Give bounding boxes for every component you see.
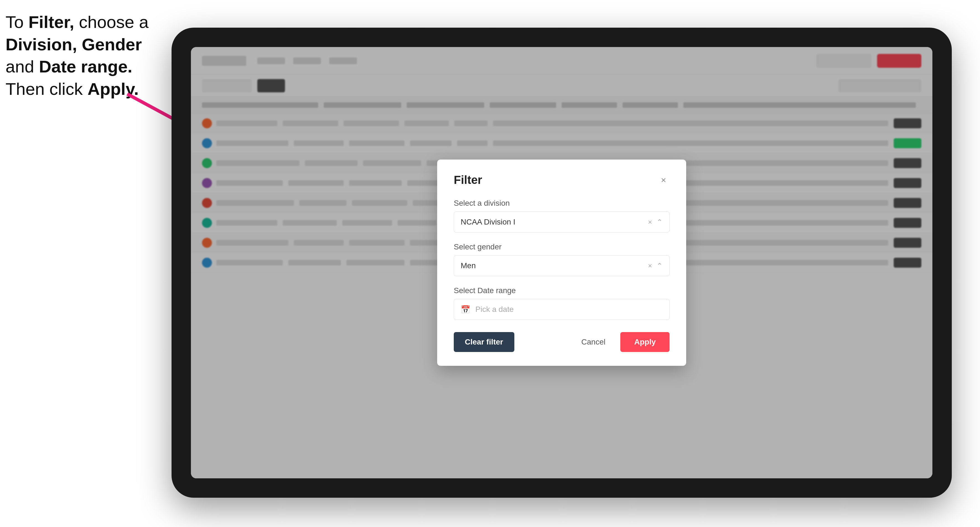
division-select[interactable]: NCAA Division I × ⌃	[454, 211, 670, 233]
filter-modal: Filter × Select a division NCAA Division…	[437, 160, 686, 366]
tablet-frame: Filter × Select a division NCAA Division…	[172, 28, 952, 498]
modal-title: Filter	[454, 173, 482, 187]
instruction-line1: To Filter, choose a	[6, 13, 149, 32]
apply-button[interactable]: Apply	[620, 332, 670, 352]
tablet-screen: Filter × Select a division NCAA Division…	[191, 47, 932, 478]
date-input[interactable]: 📅 Pick a date	[454, 299, 670, 320]
division-select-value: NCAA Division I	[461, 217, 515, 227]
gender-form-group: Select gender Men × ⌃	[454, 243, 670, 276]
instruction-division: Division, Gender	[6, 35, 142, 54]
division-chevron-icon: ⌃	[657, 218, 663, 227]
modal-overlay: Filter × Select a division NCAA Division…	[191, 47, 932, 478]
gender-label: Select gender	[454, 243, 670, 251]
gender-select-icons: × ⌃	[648, 262, 663, 270]
division-clear-icon[interactable]: ×	[648, 218, 652, 227]
gender-chevron-icon: ⌃	[657, 262, 663, 270]
gender-select-value: Men	[461, 261, 476, 270]
calendar-icon: 📅	[461, 305, 470, 314]
division-label: Select a division	[454, 199, 670, 208]
instruction-apply: Then click Apply.	[6, 79, 138, 98]
date-placeholder: Pick a date	[475, 305, 514, 314]
instruction-panel: To Filter, choose a Division, Gender and…	[6, 11, 161, 100]
gender-select[interactable]: Men × ⌃	[454, 255, 670, 276]
modal-close-button[interactable]: ×	[657, 174, 670, 186]
clear-filter-button[interactable]: Clear filter	[454, 332, 514, 352]
instruction-and: and Date range.	[6, 57, 132, 76]
modal-footer-right: Cancel Apply	[573, 332, 670, 352]
division-select-icons: × ⌃	[648, 218, 663, 227]
date-label: Select Date range	[454, 286, 670, 295]
date-form-group: Select Date range 📅 Pick a date	[454, 286, 670, 320]
cancel-button[interactable]: Cancel	[573, 332, 614, 352]
gender-clear-icon[interactable]: ×	[648, 262, 652, 270]
modal-footer: Clear filter Cancel Apply	[454, 332, 670, 352]
division-form-group: Select a division NCAA Division I × ⌃	[454, 199, 670, 233]
modal-header: Filter ×	[454, 173, 670, 187]
